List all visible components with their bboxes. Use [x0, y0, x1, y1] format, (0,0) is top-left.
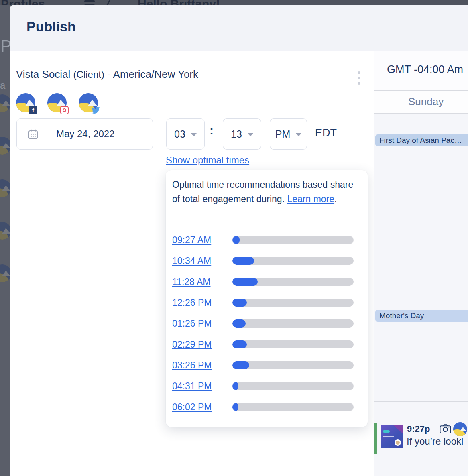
post-thumbnail [381, 425, 403, 448]
greeting-label: Hello Brittany! [138, 0, 220, 5]
engagement-bar-fill [232, 403, 238, 411]
optimal-time-row: 01:26 PM [166, 313, 368, 334]
engagement-bar-track [232, 278, 354, 286]
optimal-time-link[interactable]: 02:29 PM [172, 339, 232, 350]
chevron-down-icon [248, 133, 253, 136]
engagement-bar-fill [232, 236, 240, 244]
calendar-icon [28, 129, 39, 140]
background-sidebar-strip: P a [0, 5, 10, 476]
optimal-time-row: 10:34 AM [166, 250, 368, 271]
post-status-marker [374, 423, 377, 454]
optimal-time-link[interactable]: 11:28 AM [172, 277, 232, 287]
engagement-bar-track [232, 236, 354, 244]
engagement-bar-track [232, 299, 354, 307]
time-colon: : [210, 124, 214, 137]
optimal-time-link[interactable]: 04:31 PM [172, 381, 232, 392]
optimal-time-row: 06:02 PM [166, 397, 368, 417]
engagement-bar-fill [232, 319, 246, 328]
meridiem-select[interactable]: PM [270, 118, 307, 150]
scheduled-post-preview[interactable]: 9:27p If you’re looki [374, 422, 468, 454]
background-profile-avatar [0, 264, 10, 282]
background-profile-avatar [0, 137, 10, 155]
day-header-text: Sunday [408, 96, 444, 108]
optimal-time-link[interactable]: 03:26 PM [172, 360, 232, 371]
optimal-time-link[interactable]: 10:34 AM [172, 256, 232, 266]
engagement-bar-fill [232, 340, 247, 348]
background-profile-avatar [0, 179, 10, 197]
optimal-time-link[interactable]: 06:02 PM [172, 402, 232, 413]
engagement-bar-fill [232, 382, 238, 390]
engagement-bar-track [232, 319, 354, 328]
instagram-badge-icon [60, 106, 69, 114]
optimal-times-list: 09:27 AM 10:34 AM 11:28 AM 12:26 PM 01:2… [166, 230, 368, 417]
engagement-bar-track [232, 361, 354, 369]
optimal-time-row: 03:26 PM [166, 355, 368, 376]
background-letter: P [0, 37, 10, 56]
background-top-nav: Profiles Hello Brittany! [0, 0, 468, 5]
optimal-time-row: 11:28 AM [166, 271, 368, 292]
calendar-cell-divider [374, 288, 468, 288]
engagement-bar-fill [232, 361, 249, 369]
profile-avatar-instagram[interactable] [47, 93, 67, 112]
hour-value: 03 [174, 128, 185, 140]
engagement-bar-track [232, 257, 354, 265]
twitter-badge-icon [92, 106, 100, 114]
divider [16, 174, 170, 174]
optimal-time-row: 04:31 PM [166, 376, 368, 397]
engagement-bar-fill [232, 278, 258, 286]
kebab-menu-icon[interactable] [356, 71, 361, 87]
calendar-event[interactable]: First Day of Asian Pac… [375, 134, 468, 146]
background-profile-avatar [0, 94, 10, 112]
engagement-bar-track [232, 340, 354, 348]
engagement-bar-track [232, 403, 354, 411]
calendar-event[interactable]: Mother's Day [375, 310, 468, 322]
hamburger-icon [84, 0, 95, 5]
optimal-time-row: 12:26 PM [166, 292, 368, 313]
date-value: May 24, 2022 [56, 128, 114, 140]
modal-header: Publish [10, 5, 468, 51]
profile-avatar-twitter[interactable] [79, 93, 98, 112]
post-profile-avatar [453, 422, 467, 436]
optimal-time-link[interactable]: 01:26 PM [172, 318, 232, 329]
optimal-time-row: 02:29 PM [166, 334, 368, 355]
day-column-header: Sunday [374, 90, 468, 114]
calendar-cell-divider [374, 401, 468, 402]
nav-profiles-label: Profiles [1, 0, 45, 5]
meridiem-value: PM [275, 128, 291, 140]
background-letter: a [0, 80, 5, 91]
optimal-time-row: 09:27 AM [166, 230, 368, 250]
engagement-bar-fill [232, 257, 254, 265]
facebook-badge-icon: f [29, 106, 37, 114]
chevron-down-icon [191, 133, 197, 136]
timezone-header: GMT -04:00 Am [374, 51, 468, 90]
background-profile-avatar [0, 222, 10, 240]
calendar-panel: GMT -04:00 Am Sunday First Day of Asian … [374, 51, 468, 476]
date-picker[interactable]: May 24, 2022 [16, 118, 153, 150]
engagement-bar-fill [232, 299, 247, 307]
post-message: If you’re looki [407, 436, 468, 447]
optimal-time-link[interactable]: 12:26 PM [172, 297, 232, 308]
chevron-down-icon [296, 133, 301, 136]
engagement-bar-track [232, 382, 354, 390]
post-time: 9:27p [407, 424, 430, 434]
optimal-times-popover: Optimal time recommendations based share… [166, 170, 368, 427]
minute-value: 13 [231, 128, 242, 140]
timezone-header-text: GMT -04:00 Am [387, 63, 463, 76]
hour-select[interactable]: 03 [166, 118, 205, 150]
camera-icon [440, 424, 451, 434]
profile-group-title: Vista Social (Client) - America/New York [16, 68, 198, 81]
popover-description: Optimal time recommendations based share… [172, 177, 354, 206]
show-optimal-times-link[interactable]: Show optimal times [166, 155, 249, 166]
publish-modal: Publish Vista Social (Client) - America/… [10, 5, 468, 476]
profile-avatar-facebook[interactable]: f [16, 93, 35, 112]
timezone-abbr: EDT [315, 127, 337, 139]
page-title: Publish [26, 19, 76, 35]
pencil-icon [106, 0, 111, 5]
optimal-time-link[interactable]: 09:27 AM [172, 235, 232, 246]
minute-select[interactable]: 13 [223, 118, 261, 150]
learn-more-link[interactable]: Learn more [287, 194, 334, 204]
